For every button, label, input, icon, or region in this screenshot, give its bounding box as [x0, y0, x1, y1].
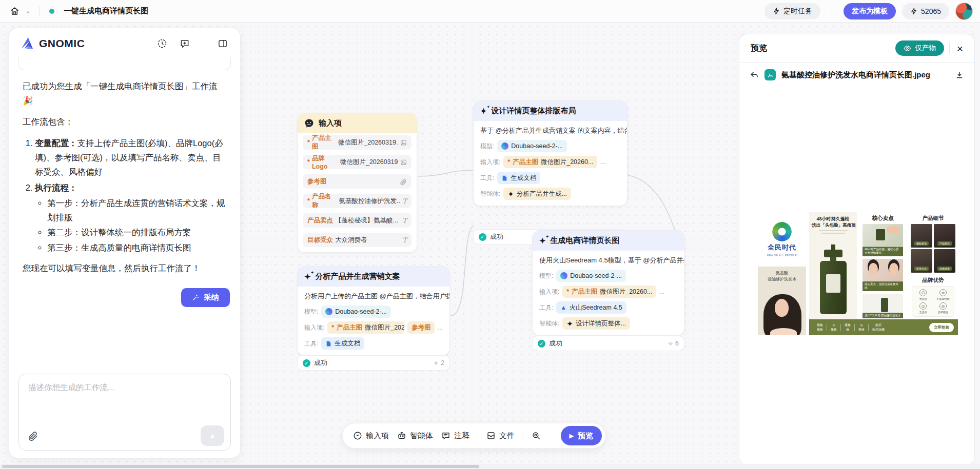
- toolbar-inputs-button[interactable]: 输入项: [353, 431, 389, 441]
- node-inputs[interactable]: 输入项 * 产品主图 微信图片_20260319... * 品牌Logo 微信图…: [298, 113, 417, 252]
- canvas-toolbar: 输入项 智能体 注释 文件 ▶ 预览: [343, 423, 605, 448]
- doc-tool-icon: [325, 340, 332, 347]
- preview-panel: 预览 仅产物 × 氨基酸控油修护洗发水电商详情页长图.jpeg: [739, 34, 974, 465]
- chat-face-icon: [304, 118, 314, 128]
- node-analyze-header[interactable]: ✦✦ 分析产品并生成营销文案: [298, 267, 449, 287]
- prompt-input[interactable]: [19, 374, 230, 421]
- assistant-panel-header: GNOMIC: [9, 28, 240, 56]
- volcano-icon: ▲: [560, 304, 566, 311]
- artifact-brand-block: 全民时代 ERA OF ALL PEOPLE: [758, 212, 806, 267]
- input-row-selling-points[interactable]: 产品卖点 【蓬松秘境】氨基酸... T: [303, 213, 411, 228]
- workflow-status-dot: [49, 9, 54, 14]
- divider: [949, 43, 950, 53]
- home-icon: [10, 6, 19, 16]
- divider: [40, 6, 40, 16]
- new-chat-button[interactable]: [178, 36, 192, 51]
- node-title: 设计详情页整体排版布局: [492, 106, 576, 116]
- preview-button[interactable]: ▶ 预览: [561, 426, 602, 445]
- message-paragraph: 已成功为您生成「一键生成电商详情页长图」工作流 🎉: [23, 79, 227, 108]
- history-button[interactable]: [155, 36, 169, 51]
- model-pill[interactable]: Doubao-seed-2-...: [321, 305, 391, 318]
- node-analyze-product[interactable]: ✦✦ 分析产品并生成营销文案 分析用户上传的产品主图 @产品主图，结合用户提供.…: [298, 267, 449, 355]
- sparkle-icon: ✦✦: [480, 107, 487, 115]
- attach-button[interactable]: [28, 431, 38, 441]
- artifacts-only-toggle[interactable]: 仅产物: [895, 40, 944, 56]
- publish-template-button[interactable]: 发布为模板: [844, 3, 896, 19]
- close-button[interactable]: ×: [955, 42, 965, 55]
- credits-button[interactable]: 52065: [902, 3, 949, 19]
- artifact-image[interactable]: 全民时代 ERA OF ALL PEOPLE 氨基酸控油修护洗发水 48小时持久…: [758, 212, 958, 335]
- doc-tool-icon: [501, 175, 508, 181]
- artifact-file-row: 氨基酸控油修护洗发水电商详情页长图.jpeg: [739, 63, 974, 87]
- input-pill[interactable]: *产品主图微信图片_20260...: [503, 156, 597, 168]
- eye-icon: [904, 45, 911, 52]
- sparkle-icon: ✦✦: [539, 237, 546, 244]
- input-pill-2[interactable]: 参考图: [407, 321, 435, 334]
- artifact-model-photo: 氨基酸控油修护洗发水: [758, 267, 806, 335]
- node-inputs-header[interactable]: 输入项: [298, 113, 417, 133]
- image-icon: [400, 159, 407, 166]
- toolbar-files-button[interactable]: 文件: [486, 431, 515, 441]
- tool-pill[interactable]: 生成文档: [321, 337, 364, 350]
- tool-pill[interactable]: 生成文档: [497, 172, 540, 184]
- tool-pill[interactable]: ▲火山Seedream 4.5: [556, 301, 626, 314]
- divider: [478, 431, 478, 441]
- page-title: 一键生成电商详情页长图: [64, 6, 148, 16]
- toolbar-agents-button[interactable]: 智能体: [397, 431, 433, 441]
- back-button[interactable]: [750, 70, 759, 79]
- model-pill[interactable]: Doubao-seed-2-...: [556, 270, 626, 282]
- node-generate-header[interactable]: ✦✦ 生成电商详情页长图: [533, 231, 684, 251]
- brand-swirl-logo: [772, 222, 792, 241]
- input-pill[interactable]: *产品主图微信图片_20260...: [327, 321, 404, 334]
- artifact-details-column: 产品细节 蓬松发顶 产品亮点 使用方法 品牌承诺 品牌优势 ∅无硅油 ⊕不添加增…: [908, 212, 958, 319]
- toolbar-comment-button[interactable]: 注释: [441, 431, 469, 441]
- input-row-target-audience[interactable]: 目标受众 大众消费者 T: [303, 233, 411, 247]
- collapse-panel-button[interactable]: [215, 36, 230, 51]
- back-arrow-icon: [750, 70, 759, 79]
- lightning-icon: [773, 8, 780, 15]
- input-row-product-image[interactable]: * 产品主图 微信图片_20260319...: [303, 135, 411, 150]
- horizontal-scrollbar[interactable]: [0, 464, 980, 469]
- toolbar-search-button[interactable]: [532, 431, 541, 440]
- model-pill[interactable]: Doubao-seed-2-...: [497, 140, 567, 152]
- node-title: 分析产品并生成营销文案: [316, 272, 400, 281]
- paperclip-icon: [400, 178, 407, 185]
- sparkle-icon: ✦✦: [304, 273, 311, 280]
- node-design-header[interactable]: ✦✦ 设计详情页整体排版布局: [474, 101, 627, 121]
- text-icon: T: [402, 217, 407, 225]
- node-analyze-status[interactable]: ✓ 成功 ✧2: [298, 356, 449, 370]
- file-tray-icon: [486, 431, 496, 440]
- agent-label: 智能体:: [480, 190, 500, 198]
- node-description: 分析用户上传的产品主图 @产品主图，结合用户提供...: [298, 287, 449, 302]
- message-paragraph: 工作流包含：: [23, 115, 227, 129]
- node-description: 使用火山Seedream 4.5模型，基于 @分析产品并生成...: [533, 251, 684, 266]
- input-pill[interactable]: *产品主图微信图片_20260...: [562, 286, 656, 298]
- node-design-layout[interactable]: ✦✦ 设计详情页整体排版布局 基于 @分析产品并生成营销文案 的文案内容，结合产…: [474, 101, 627, 206]
- preview-title: 预览: [751, 43, 767, 54]
- assistant-panel: GNOMIC 已成功为您生成「一键生成电商详情页长图」工作流 🎉 工作流包含：: [9, 28, 240, 458]
- tool-label: 工具:: [480, 174, 494, 182]
- download-button[interactable]: [955, 70, 964, 79]
- agent-pill[interactable]: ✦分析产品并生成...: [503, 188, 571, 200]
- input-row-product-name[interactable]: * 产品名称 氨基酸控油修护洗发... T: [303, 194, 411, 208]
- success-check-icon: ✓: [538, 340, 545, 348]
- user-avatar[interactable]: [955, 3, 973, 20]
- chevron-down-icon[interactable]: ⌄: [26, 8, 30, 14]
- paperclip-icon: [28, 431, 38, 441]
- topbar: ⌄ 一键生成电商详情页长图 定时任务 发布为模板 52065: [0, 0, 980, 23]
- new-chat-icon: [180, 38, 190, 49]
- artifact-hero-column: 48小时持久蓬松 ·洗出「头包脸」高颅顶: [809, 212, 857, 319]
- workflow-canvas[interactable]: 输入项 * 产品主图 微信图片_20260319... * 品牌Logo 微信图…: [0, 23, 980, 469]
- node-generate-status[interactable]: ✓ 成功 ✧6: [533, 336, 684, 351]
- home-button[interactable]: [7, 4, 22, 18]
- sellpoint-card: 洗出2天不塌 控油蓬松洗发水: [863, 294, 903, 318]
- input-row-brand-logo[interactable]: * 品牌Logo 微信图片_20260319...: [303, 155, 411, 169]
- scrollbar-thumb[interactable]: [2, 465, 479, 468]
- input-row-reference-image[interactable]: 参考图: [303, 174, 411, 189]
- schedule-task-button[interactable]: 定时任务: [765, 3, 820, 19]
- agent-pill[interactable]: ✦设计详情页整体...: [562, 317, 630, 330]
- brand-logo: GNOMIC: [19, 36, 85, 51]
- adopt-button[interactable]: 采纳: [181, 288, 230, 307]
- send-button[interactable]: ▲: [201, 425, 224, 446]
- node-generate-image[interactable]: ✦✦ 生成电商详情页长图 使用火山Seedream 4.5模型，基于 @分析产品…: [533, 231, 684, 335]
